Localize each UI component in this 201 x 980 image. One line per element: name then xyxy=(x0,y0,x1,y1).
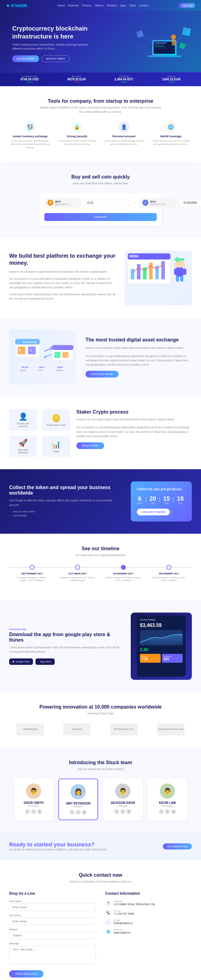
form-group-email: Your Email xyxy=(9,914,96,925)
ticker-bar: ETH/EUR USD 9748.50 USD +2.3% BTC/USD 80… xyxy=(0,72,201,86)
address-value: 123 Wallet Street, Blockchain City xyxy=(114,903,155,906)
nav-link-finance[interactable]: Finance xyxy=(82,4,92,7)
form-label-name: Your Name xyxy=(9,900,96,903)
form-input-name[interactable] xyxy=(9,904,96,911)
team-role-2: Manager xyxy=(108,805,138,807)
team-role-0: Developer xyxy=(19,805,49,807)
contact-form-col: Drop Us a Line Your Name Your Email Subj… xyxy=(9,891,96,978)
feature-desc-0: Lorem ipsum donec lacinia semper nibh se… xyxy=(9,139,51,150)
ticker-change-0: +2.3% xyxy=(21,81,39,83)
feature-desc-3: Lorem ipsum donec all the running and ge… xyxy=(150,139,192,146)
buysell-title: Buy and sell coin quickly xyxy=(9,174,192,180)
collect-title: Collect the token and spread your busine… xyxy=(9,485,122,496)
timeline-subtitle: Our future plan and ongoing development xyxy=(40,553,161,558)
social-twitter-0[interactable]: t xyxy=(25,809,30,814)
team-role-1: Designer xyxy=(64,805,93,808)
contact-form-title: Drop Us a Line xyxy=(9,891,96,896)
nav-link-home[interactable]: Home xyxy=(58,4,65,7)
svg-rect-40 xyxy=(54,352,60,358)
ticker-change-2: +0.8% xyxy=(114,81,133,83)
timeline-dot-1 xyxy=(75,565,80,570)
timeline-label-1: OCTOBER 2017 xyxy=(68,572,87,575)
process-icons: 👤 Create your account 🪙 Collect your coi… xyxy=(9,409,70,457)
social-fb-1[interactable]: f xyxy=(76,810,81,815)
features-grid: 💱 Instant currency exchange Lorem ipsum … xyxy=(9,121,192,150)
form-textarea-message[interactable] xyxy=(9,946,96,964)
app-buttons: ▶ Google Play App Store xyxy=(9,659,122,665)
svg-text:$1B+: $1B+ xyxy=(57,366,63,369)
partners-section: Powering innovation at 10,000 companies … xyxy=(0,692,201,748)
form-input-email[interactable] xyxy=(9,918,96,925)
hero-illustration xyxy=(134,22,195,65)
social-li-1[interactable]: in xyxy=(82,810,87,815)
collect-bullet-1: Easy to collect token xyxy=(9,510,122,513)
nav-link-contact[interactable]: Contact xyxy=(139,4,149,7)
convert-button[interactable]: CONVERT xyxy=(44,213,157,221)
social-li-0[interactable]: in xyxy=(37,809,42,814)
watch-video-button[interactable]: WATCH VIDEO xyxy=(41,55,70,62)
nav-link-apps[interactable]: Apps xyxy=(120,4,126,7)
signup-button[interactable]: Sign Up xyxy=(179,3,195,8)
nav-link-features[interactable]: Features xyxy=(68,4,79,7)
to-coin-selector[interactable]: Ξ ETH Ethereum (ETH) xyxy=(139,198,176,208)
svg-rect-21 xyxy=(149,262,153,279)
app-store-button[interactable]: App Store xyxy=(35,659,55,665)
form-input-subject[interactable] xyxy=(9,932,96,939)
timer-days: 6 DAYS xyxy=(137,495,142,504)
collect-token-button[interactable]: COLLECT TOKEN xyxy=(137,509,170,515)
social-li-3[interactable]: in xyxy=(171,809,176,814)
get-started-button[interactable]: Get Started Now xyxy=(163,843,192,850)
google-play-button[interactable]: ▶ Google Play xyxy=(9,659,33,665)
svg-rect-41 xyxy=(62,352,68,358)
build-section: We build best platform to exchange your … xyxy=(0,238,201,318)
svg-rect-4 xyxy=(182,27,191,36)
social-fb-0[interactable]: f xyxy=(31,809,36,814)
explore-more-button[interactable]: EXPLORE MORE xyxy=(85,371,119,377)
collect-bullets: Easy to collect token User-friendly xyxy=(9,510,122,517)
learn-more-button[interactable]: LEARN MORE xyxy=(12,55,39,62)
nav-link-timeline[interactable]: Timeline xyxy=(107,4,117,7)
social-fb-2[interactable]: f xyxy=(120,809,125,814)
mockup-inner: Current Portfolio $3,463.59 2.40 xyxy=(137,616,186,677)
build-text: We build best platform to exchange your … xyxy=(9,253,116,304)
svg-rect-20 xyxy=(143,267,147,279)
social-li-2[interactable]: in xyxy=(127,809,131,814)
to-amount-input[interactable] xyxy=(179,199,201,207)
feature-icon-0: 💱 xyxy=(25,121,36,132)
social-twitter-2[interactable]: t xyxy=(114,809,119,814)
phone-value: +1 234 567 8900 xyxy=(114,912,135,915)
app-title: Download the app from google play store … xyxy=(9,632,122,643)
svg-text:Ξ: Ξ xyxy=(30,348,32,352)
nav-link-team[interactable]: Team xyxy=(129,4,136,7)
process-section: 👤 Create your account 🪙 Collect your coi… xyxy=(0,397,201,469)
trusted-text: The most trusted digital asset exchange … xyxy=(85,337,192,377)
to-coin-full: Ethereum (ETH) xyxy=(150,203,166,205)
feature-desc-2: Lorem ipsum a simple design running and … xyxy=(103,139,145,146)
social-twitter-3[interactable]: t xyxy=(159,809,164,814)
svg-rect-29 xyxy=(176,276,179,282)
website-label: Website xyxy=(114,928,130,931)
nav-links: Home Features Finance Tokens Timeline Ap… xyxy=(58,4,149,7)
send-message-button[interactable]: SEND MESSAGE xyxy=(9,970,43,978)
trade-row: ₿ BTC Bitcoin (BTC) → Ξ ETH Ethereum (ET… xyxy=(44,198,157,208)
process-step-1: 🪙 Collect your coins xyxy=(42,409,70,431)
team-avatar-2: 👨 xyxy=(115,783,130,799)
partners-title: Powering innovation at 10,000 companies … xyxy=(9,704,192,710)
build-para3: Lorem ipsum donec lacinia semper nibh se… xyxy=(9,292,116,301)
form-label-subject: Subject xyxy=(9,928,96,931)
build-para2: Our ecosystem is a groundbreaking organi… xyxy=(9,277,116,290)
ticker-item-1: BTC/USD 8079.32 EUR -1.2% xyxy=(68,75,86,83)
collect-subtitle: Don't forget to take the token, manage o… xyxy=(9,498,122,507)
timeline-section: See our timeline Our future plan and ong… xyxy=(0,534,201,600)
social-fb-3[interactable]: f xyxy=(165,809,170,814)
social-twitter-1[interactable]: t xyxy=(70,810,74,815)
read-more-button[interactable]: READ MORE xyxy=(76,442,104,449)
nav-link-tokens[interactable]: Tokens xyxy=(95,4,104,7)
ticker-label-1: BTC/USD xyxy=(68,75,86,78)
contact-info-title: Contact Information xyxy=(105,891,192,896)
from-coin-selector[interactable]: ₿ BTC Bitcoin (BTC) xyxy=(44,198,81,208)
from-coin-full: Bitcoin (BTC) xyxy=(55,203,68,205)
collect-text: Collect the token and spread your busine… xyxy=(9,485,122,518)
from-amount-input[interactable] xyxy=(84,199,130,207)
trusted-para2: Our ecosystem is a groundbreaking organi… xyxy=(85,354,192,367)
